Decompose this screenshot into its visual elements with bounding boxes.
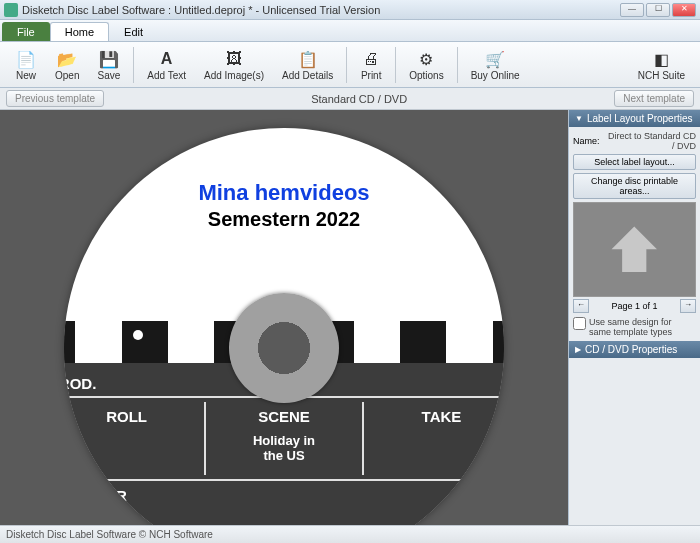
chevron-down-icon: ▼ <box>575 114 583 123</box>
clap-take-label: TAKE <box>368 408 504 425</box>
app-icon <box>4 3 18 17</box>
tab-edit[interactable]: Edit <box>109 22 158 41</box>
toolbar: 📄New 📂Open 💾Save AAdd Text 🖼Add Image(s)… <box>0 42 700 88</box>
separator <box>457 47 458 83</box>
maximize-button[interactable]: ☐ <box>646 3 670 17</box>
select-label-layout-button[interactable]: Select label layout... <box>573 154 696 170</box>
same-design-checkbox[interactable] <box>573 317 586 330</box>
separator <box>346 47 347 83</box>
minimize-button[interactable]: — <box>620 3 644 17</box>
new-button[interactable]: 📄New <box>6 45 46 84</box>
window-title: Disketch Disc Label Software : Untitled.… <box>22 4 620 16</box>
clapper-hinge <box>99 330 143 340</box>
template-bar: Previous template Standard CD / DVD Next… <box>0 88 700 110</box>
details-icon: 📋 <box>297 48 319 70</box>
page-next-button[interactable]: → <box>680 299 696 313</box>
print-icon: 🖨 <box>360 48 382 70</box>
name-label: Name: <box>573 136 605 146</box>
clap-director-label: DIRECTOR <box>64 481 504 504</box>
clap-scene-label: SCENE <box>210 408 357 425</box>
open-icon: 📂 <box>56 48 78 70</box>
template-title: Standard CD / DVD <box>104 93 614 105</box>
separator <box>133 47 134 83</box>
tab-file[interactable]: File <box>2 22 50 41</box>
tab-home[interactable]: Home <box>50 22 109 41</box>
clap-roll-label: ROLL <box>64 408 200 425</box>
next-template-button[interactable]: Next template <box>614 90 694 107</box>
gear-icon: ⚙ <box>415 48 437 70</box>
disc-title-2[interactable]: Semestern 2022 <box>64 208 504 231</box>
suite-icon: ◧ <box>650 48 672 70</box>
add-images-button[interactable]: 🖼Add Image(s) <box>195 45 273 84</box>
save-icon: 💾 <box>98 48 120 70</box>
save-button[interactable]: 💾Save <box>88 45 129 84</box>
clap-scene-value[interactable]: Holiday in the US <box>210 433 357 463</box>
disc-label[interactable]: Mina hemvideos Semestern 2022 PROD. ROLL… <box>64 128 504 526</box>
layout-preview <box>573 202 696 297</box>
name-value: Direct to Standard CD / DVD <box>605 131 696 151</box>
page-prev-button[interactable]: ← <box>573 299 589 313</box>
separator <box>395 47 396 83</box>
chevron-right-icon: ▶ <box>575 345 581 354</box>
options-button[interactable]: ⚙Options <box>400 45 452 84</box>
buy-online-button[interactable]: 🛒Buy Online <box>462 45 529 84</box>
new-icon: 📄 <box>15 48 37 70</box>
title-bar: Disketch Disc Label Software : Untitled.… <box>0 0 700 20</box>
close-button[interactable]: ✕ <box>672 3 696 17</box>
images-icon: 🖼 <box>223 48 245 70</box>
same-design-checkbox-row[interactable]: Use same design for same template types <box>573 317 696 337</box>
print-button[interactable]: 🖨Print <box>351 45 391 84</box>
disc-center-hole <box>229 293 339 403</box>
disc-text-area[interactable]: Mina hemvideos Semestern 2022 <box>64 180 504 231</box>
disc-title-1[interactable]: Mina hemvideos <box>64 180 504 206</box>
layout-properties-header[interactable]: ▼Label Layout Properties <box>569 110 700 127</box>
add-text-button[interactable]: AAdd Text <box>138 45 195 84</box>
status-bar: Disketch Disc Label Software © NCH Softw… <box>0 525 700 543</box>
cart-icon: 🛒 <box>484 48 506 70</box>
design-canvas[interactable]: Mina hemvideos Semestern 2022 PROD. ROLL… <box>0 110 568 525</box>
add-details-button[interactable]: 📋Add Details <box>273 45 342 84</box>
status-text: Disketch Disc Label Software © NCH Softw… <box>6 529 213 540</box>
cddvd-properties-header[interactable]: ▶CD / DVD Properties <box>569 341 700 358</box>
previous-template-button[interactable]: Previous template <box>6 90 104 107</box>
text-icon: A <box>156 48 178 70</box>
page-indicator: Page 1 of 1 <box>593 301 676 311</box>
open-button[interactable]: 📂Open <box>46 45 88 84</box>
side-panel: ▼Label Layout Properties Name:Direct to … <box>568 110 700 525</box>
menu-bar: File Home Edit <box>0 20 700 42</box>
up-arrow-icon <box>604 219 665 280</box>
change-printable-areas-button[interactable]: Change disc printable areas... <box>573 173 696 199</box>
nch-suite-button[interactable]: ◧NCH Suite <box>629 45 694 84</box>
